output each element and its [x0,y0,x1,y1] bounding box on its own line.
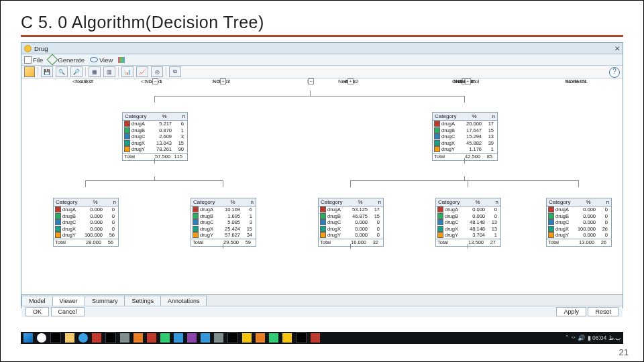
taskview-icon[interactable] [50,333,61,343]
bottom-buttonbar: OK Cancel Apply Reset [21,306,623,317]
slide-title: C 5. 0 Algorithm(Decision Tree) [21,13,623,32]
tool-save-icon[interactable]: 💾 [41,66,53,77]
toolbar: 💾 🔍 🔎 ▦ ▥ 📊 📈 ◎ ⧉ [21,66,623,78]
bottom-tabs: Model Viewer Summary Settings Annotation… [21,294,623,306]
app-icon-6[interactable] [160,333,170,343]
node-2[interactable]: Category%ndrugA0.0000drugB0.0000drugC0.0… [53,198,119,247]
gear-icon [47,54,58,66]
node-15[interactable]: Category%ndrugA0.0000drugB0.0000drugC48.… [435,198,501,247]
app-icon-10[interactable] [214,333,223,343]
menu-generate[interactable]: Generate [48,56,85,64]
tool-gains-icon[interactable]: ⧉ [169,66,181,77]
title-rule [21,35,623,37]
file-icon [24,56,32,64]
app-icon-4[interactable] [133,333,143,343]
clock-time[interactable]: 06:04 ب.ظ [592,335,621,341]
cancel-button[interactable]: Cancel [51,307,85,316]
tool-chart2-icon[interactable]: 📈 [136,66,148,77]
window-titlebar: Drug ✕ [21,43,623,54]
tray-up-icon[interactable]: ˄ [566,335,569,341]
menu-bar: File Generate View [21,54,623,66]
wifi-icon[interactable]: ⌔ [572,335,575,341]
windows-taskbar: ˄⌔🔊▮ 06:04 ب.ظ [21,332,623,344]
app-icon-13[interactable] [256,333,265,343]
chart-icon[interactable] [118,57,125,63]
menu-file[interactable]: File [24,56,43,64]
tree-canvas[interactable]: K − <= 0.055 > 0.055 Node 1 Category%ndr… [21,78,623,294]
window-title: Drug [34,45,48,52]
menu-view[interactable]: View [90,56,113,64]
node-3[interactable]: Category%ndrugA10.1696drugB1.6951drugC5.… [191,198,256,247]
tool-hist-icon[interactable]: 📊 [121,66,133,77]
tab-model[interactable]: Model [21,296,53,306]
app-icon-2[interactable] [105,333,116,343]
app-icon-1[interactable] [92,333,101,343]
apply-button[interactable]: Apply [556,307,586,316]
app-icon [24,45,32,52]
screenshot-window: Drug ✕ File Generate View 💾 🔍 🔎 ▦ ▥ 📊 📈 … [21,42,623,308]
page-number: 21 [619,347,629,357]
n1-expand-icon[interactable]: − [152,78,158,84]
app-icon-14[interactable] [269,333,278,343]
app-icon-5[interactable] [147,333,156,343]
app-icon-16[interactable] [296,333,307,343]
tool-target-icon[interactable]: ◎ [151,66,163,77]
tool-zoom-icon[interactable]: 🔍 [56,66,68,77]
app-icon-12[interactable] [242,333,252,343]
help-button[interactable]: ? [609,67,620,78]
node18-title: Node 18 [566,78,586,84]
node-18[interactable]: Category%ndrugA0.0000drugB0.0000drugC0.0… [546,198,612,247]
battery-icon[interactable]: ▮ [588,335,591,341]
tab-viewer[interactable]: Viewer [52,296,85,306]
tool-zoomsel-icon[interactable]: 🔎 [70,66,83,77]
tool-table-icon[interactable]: ▦ [89,66,101,77]
ok-button[interactable]: OK [25,307,49,316]
explorer-icon[interactable] [65,333,74,343]
app-icon-8[interactable] [187,333,197,343]
age-expand-icon[interactable]: + [347,78,354,84]
node-12[interactable]: Category%ndrugA53.12517drugB46.87515drug… [318,198,384,247]
chol-expand-icon[interactable]: + [465,78,471,84]
root-expand-icon[interactable]: − [308,78,314,84]
app-icon-11[interactable] [227,333,238,343]
node2-title: Node 2 [75,78,93,84]
close-icon[interactable]: ✕ [614,45,620,52]
start-icon[interactable] [23,333,33,343]
sound-icon[interactable]: 🔊 [578,335,585,341]
app-icon-9[interactable] [201,333,210,343]
tab-summary[interactable]: Summary [85,296,125,306]
na-expand-icon[interactable]: + [220,78,226,84]
search-icon[interactable] [37,333,46,343]
model-nugget-icon[interactable] [24,66,35,77]
tab-annotations[interactable]: Annotations [160,296,207,306]
edge-icon[interactable] [78,333,88,343]
app-icon-15[interactable] [282,333,292,343]
tool-grid-icon[interactable]: ▥ [103,66,115,77]
reset-button[interactable]: Reset [588,307,619,316]
app-icon-17[interactable] [311,333,320,343]
node-1[interactable]: Category%ndrugA5.2176drugB0.8701drugC2.6… [122,112,188,161]
tab-settings[interactable]: Settings [124,296,161,306]
eye-icon [90,57,98,62]
app-icon-3[interactable] [120,333,129,343]
app-icon-7[interactable] [174,333,183,343]
node-11[interactable]: Category%ndrugA20.00017drugB17.64715drug… [432,112,498,161]
